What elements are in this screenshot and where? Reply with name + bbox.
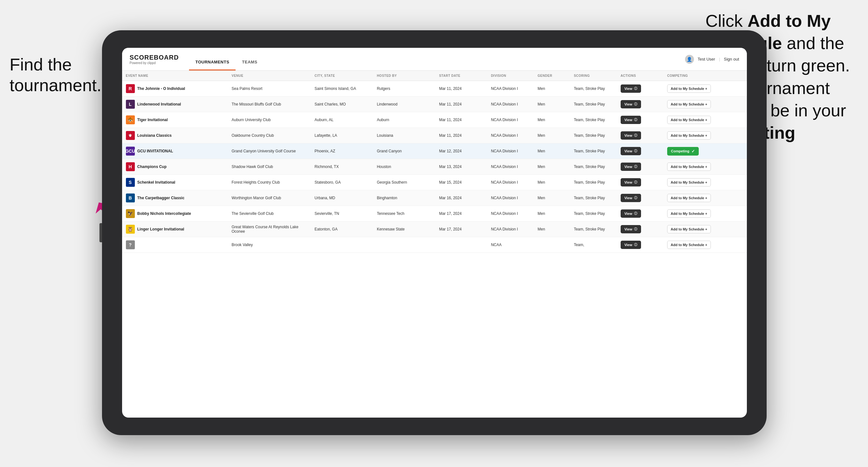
- competing-button-5[interactable]: Competing ✓: [667, 147, 699, 156]
- gender-cell-2: Men: [534, 97, 570, 112]
- event-name-text-5: GCU INVITATIONAL: [137, 149, 173, 153]
- table-row: ?Brook ValleyNCAATeam,View ⓘAdd to My Sc…: [122, 237, 747, 253]
- event-name-text-3: Tiger Invitational: [137, 118, 168, 122]
- table-row: GCUGCU INVITATIONALGrand Canyon Universi…: [122, 144, 747, 159]
- nav-tabs: TOURNAMENTS TEAMS: [189, 48, 264, 70]
- logo-area: SCOREBOARD Powered by clippd: [130, 54, 179, 65]
- gender-cell-7: Men: [534, 175, 570, 190]
- view-button-1[interactable]: View ⓘ: [621, 85, 641, 93]
- competing-cell-8: Add to My Schedule +: [663, 190, 747, 206]
- venue-cell-7: Forest Heights Country Club: [227, 175, 310, 190]
- view-button-8[interactable]: View ⓘ: [621, 194, 641, 202]
- city-cell-2: Saint Charles, MO: [311, 97, 373, 112]
- venue-cell-11: Brook Valley: [227, 237, 310, 253]
- actions-cell-3: View ⓘ: [617, 112, 663, 128]
- scoring-cell-9: Team, Stroke Play: [570, 206, 617, 222]
- scoring-cell-10: Team, Stroke Play: [570, 222, 617, 237]
- scoring-cell-3: Team, Stroke Play: [570, 112, 617, 128]
- col-header-gender: GENDER: [534, 71, 570, 81]
- view-button-3[interactable]: View ⓘ: [621, 116, 641, 124]
- gender-cell-11: [534, 237, 570, 253]
- add-to-schedule-button-1[interactable]: Add to My Schedule +: [667, 85, 711, 93]
- tablet-screen: SCOREBOARD Powered by clippd TOURNAMENTS…: [122, 48, 747, 417]
- table-row: 🦅Bobby Nichols IntercollegiateThe Sevier…: [122, 206, 747, 222]
- col-header-scoring: SCORING: [570, 71, 617, 81]
- competing-cell-1: Add to My Schedule +: [663, 81, 747, 97]
- tab-tournaments[interactable]: TOURNAMENTS: [189, 60, 236, 70]
- top-bar-right: 👤 Test User | Sign out: [685, 55, 739, 64]
- view-button-10[interactable]: View ⓘ: [621, 225, 641, 234]
- venue-cell-6: Shadow Hawk Golf Club: [227, 159, 310, 175]
- hosted-by-cell-8: Binghamton: [373, 190, 435, 206]
- event-name-text-9: Bobby Nichols Intercollegiate: [137, 211, 191, 216]
- col-header-date: START DATE: [435, 71, 487, 81]
- table-row: LLindenwood InvitationalThe Missouri Blu…: [122, 97, 747, 112]
- city-cell-10: Eatonton, GA: [311, 222, 373, 237]
- view-button-4[interactable]: View ⓘ: [621, 131, 641, 139]
- event-name-text-6: Champions Cup: [137, 164, 167, 169]
- user-icon: 👤: [685, 55, 694, 64]
- view-button-6[interactable]: View ⓘ: [621, 162, 641, 171]
- division-cell-4: NCAA Division I: [487, 128, 534, 144]
- add-to-schedule-button-9[interactable]: Add to My Schedule +: [667, 210, 711, 218]
- city-cell-6: Richmond, TX: [311, 159, 373, 175]
- event-name-text-1: The Johnnie - O Individual: [137, 86, 185, 91]
- add-to-schedule-button-2[interactable]: Add to My Schedule +: [667, 100, 711, 108]
- date-cell-10: Mar 17, 2024: [435, 222, 487, 237]
- event-name-cell-7: SSchenkel Invitational: [122, 175, 228, 190]
- hosted-by-cell-5: Grand Canyon: [373, 144, 435, 159]
- hosted-by-cell-9: Tennessee Tech: [373, 206, 435, 222]
- competing-cell-11: Add to My Schedule +: [663, 237, 747, 253]
- event-name-cell-6: HChampions Cup: [122, 159, 228, 175]
- event-name-cell-1: RThe Johnnie - O Individual: [122, 81, 228, 97]
- venue-cell-9: The Sevierville Golf Club: [227, 206, 310, 222]
- view-button-2[interactable]: View ⓘ: [621, 100, 641, 108]
- city-cell-5: Phoenix, AZ: [311, 144, 373, 159]
- city-cell-4: Lafayette, LA: [311, 128, 373, 144]
- competing-cell-5: Competing ✓: [663, 144, 747, 159]
- view-button-9[interactable]: View ⓘ: [621, 210, 641, 218]
- col-header-competing: COMPETING: [663, 71, 747, 81]
- event-name-cell-9: 🦅Bobby Nichols Intercollegiate: [122, 206, 228, 222]
- scoring-cell-7: Team, Stroke Play: [570, 175, 617, 190]
- event-name-text-7: Schenkel Invitational: [137, 180, 175, 185]
- add-to-schedule-button-6[interactable]: Add to My Schedule +: [667, 162, 711, 171]
- city-cell-1: Saint Simons Island, GA: [311, 81, 373, 97]
- view-button-11[interactable]: View ⓘ: [621, 241, 641, 249]
- division-cell-3: NCAA Division I: [487, 112, 534, 128]
- city-cell-7: Statesboro, GA: [311, 175, 373, 190]
- venue-cell-4: Oakbourne Country Club: [227, 128, 310, 144]
- add-to-schedule-button-4[interactable]: Add to My Schedule +: [667, 131, 711, 139]
- competing-cell-7: Add to My Schedule +: [663, 175, 747, 190]
- gender-cell-4: Men: [534, 128, 570, 144]
- add-to-schedule-button-7[interactable]: Add to My Schedule +: [667, 178, 711, 186]
- division-cell-2: NCAA Division I: [487, 97, 534, 112]
- add-to-schedule-button-3[interactable]: Add to My Schedule +: [667, 116, 711, 124]
- add-to-schedule-button-10[interactable]: Add to My Schedule +: [667, 225, 711, 234]
- view-button-7[interactable]: View ⓘ: [621, 178, 641, 186]
- gender-cell-8: Men: [534, 190, 570, 206]
- sign-out-link[interactable]: Sign out: [724, 57, 739, 62]
- gender-cell-10: Men: [534, 222, 570, 237]
- date-cell-3: Mar 11, 2024: [435, 112, 487, 128]
- tablet-frame: SCOREBOARD Powered by clippd TOURNAMENTS…: [102, 30, 767, 435]
- date-cell-5: Mar 12, 2024: [435, 144, 487, 159]
- table-row: SSchenkel InvitationalForest Heights Cou…: [122, 175, 747, 190]
- date-cell-8: Mar 16, 2024: [435, 190, 487, 206]
- hosted-by-cell-1: Rutgers: [373, 81, 435, 97]
- add-to-schedule-button-11[interactable]: Add to My Schedule +: [667, 241, 711, 249]
- event-name-cell-3: 🐯Tiger Invitational: [122, 112, 228, 128]
- add-to-schedule-button-8[interactable]: Add to My Schedule +: [667, 194, 711, 202]
- event-name-text-10: Linger Longer Invitational: [137, 227, 184, 231]
- tab-teams[interactable]: TEAMS: [236, 60, 264, 70]
- competing-cell-9: Add to My Schedule +: [663, 206, 747, 222]
- table-header-row: EVENT NAME VENUE CITY, STATE HOSTED BY S…: [122, 71, 747, 81]
- actions-cell-8: View ⓘ: [617, 190, 663, 206]
- division-cell-9: NCAA Division I: [487, 206, 534, 222]
- tournaments-table: EVENT NAME VENUE CITY, STATE HOSTED BY S…: [122, 71, 747, 253]
- competing-cell-2: Add to My Schedule +: [663, 97, 747, 112]
- city-cell-3: Auburn, AL: [311, 112, 373, 128]
- view-button-5[interactable]: View ⓘ: [621, 147, 641, 155]
- hosted-by-cell-10: Kennesaw State: [373, 222, 435, 237]
- date-cell-11: [435, 237, 487, 253]
